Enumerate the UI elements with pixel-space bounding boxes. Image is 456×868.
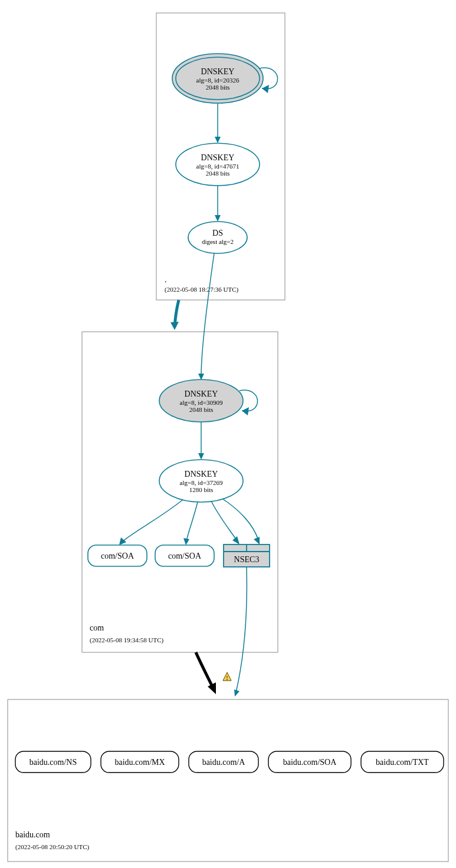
svg-marker-23 xyxy=(242,407,249,415)
zone-com-label: com xyxy=(90,623,104,632)
node-com-ksk: DNSKEY alg=8, id=30909 2048 bits xyxy=(159,379,243,422)
zone-baidu: baidu.com (2022-05-08 20:50:20 UTC) baid… xyxy=(8,699,448,862)
svg-marker-15 xyxy=(215,215,221,222)
svg-text:baidu.com/NS: baidu.com/NS xyxy=(29,758,77,767)
svg-text:DNSKEY: DNSKEY xyxy=(185,470,218,478)
svg-text:baidu.com/SOA: baidu.com/SOA xyxy=(283,758,337,767)
svg-text:1280 bits: 1280 bits xyxy=(189,486,214,493)
svg-marker-11 xyxy=(215,137,221,143)
svg-text:baidu.com/A: baidu.com/A xyxy=(202,758,246,767)
svg-text:!: ! xyxy=(226,675,228,681)
node-com-soa-1: com/SOA xyxy=(88,545,147,566)
svg-text:2048 bits: 2048 bits xyxy=(189,406,214,413)
svg-marker-39 xyxy=(232,536,240,544)
edge-comzsk-soa1 xyxy=(122,500,183,542)
svg-rect-45 xyxy=(8,699,448,862)
svg-text:2048 bits: 2048 bits xyxy=(206,84,230,91)
node-baidu-soa: baidu.com/SOA xyxy=(268,751,351,773)
svg-text:com/SOA: com/SOA xyxy=(168,552,202,560)
edge-nsec3-baidu xyxy=(236,567,247,692)
zone-com-timestamp: (2022-05-08 19:34:58 UTC) xyxy=(90,636,164,644)
node-baidu-txt: baidu.com/TXT xyxy=(361,751,444,773)
svg-text:alg=8, id=47671: alg=8, id=47671 xyxy=(196,163,240,170)
zone-root: . (2022-05-08 18:27:36 UTC) DNSKEY alg=8… xyxy=(156,13,285,300)
svg-text:alg=8, id=37269: alg=8, id=37269 xyxy=(180,479,223,486)
svg-text:DNSKEY: DNSKEY xyxy=(201,153,235,162)
edge-rootds-comksk xyxy=(201,253,214,376)
node-baidu-mx: baidu.com/MX xyxy=(101,751,179,773)
svg-text:baidu.com/TXT: baidu.com/TXT xyxy=(376,758,429,767)
svg-marker-37 xyxy=(119,537,126,545)
svg-text:NSEC3: NSEC3 xyxy=(234,555,260,564)
svg-text:alg=8, id=30909: alg=8, id=30909 xyxy=(180,399,223,406)
svg-text:DS: DS xyxy=(212,229,223,237)
dnssec-diagram: . (2022-05-08 18:27:36 UTC) DNSKEY alg=8… xyxy=(0,0,456,868)
node-baidu-ns: baidu.com/NS xyxy=(15,751,91,773)
edge-zone-com-to-baidu xyxy=(196,652,212,687)
svg-marker-16 xyxy=(170,322,179,330)
svg-point-12 xyxy=(188,222,247,253)
node-nsec3: NSEC3 xyxy=(224,544,270,567)
svg-marker-40 xyxy=(254,537,260,544)
node-com-soa-2: com/SOA xyxy=(155,545,214,566)
zone-baidu-timestamp: (2022-05-08 20:50:20 UTC) xyxy=(15,843,90,851)
svg-marker-42 xyxy=(234,689,240,697)
zone-com: com (2022-05-08 19:34:58 UTC) DNSKEY alg… xyxy=(82,253,278,652)
svg-text:DNSKEY: DNSKEY xyxy=(185,390,218,398)
zone-root-timestamp: (2022-05-08 18:27:36 UTC) xyxy=(165,286,239,293)
node-root-ds: DS digest alg=2 xyxy=(188,222,247,253)
zone-root-label: . xyxy=(165,275,167,284)
svg-text:alg=8, id=20326: alg=8, id=20326 xyxy=(196,77,240,84)
svg-text:DNSKEY: DNSKEY xyxy=(201,67,235,76)
svg-text:baidu.com/MX: baidu.com/MX xyxy=(114,758,165,767)
node-root-ksk: DNSKEY alg=8, id=20326 2048 bits xyxy=(172,54,263,103)
svg-text:digest alg=2: digest alg=2 xyxy=(202,238,234,245)
svg-text:2048 bits: 2048 bits xyxy=(206,170,230,177)
zone-baidu-label: baidu.com xyxy=(15,830,50,839)
node-root-zsk: DNSKEY alg=8, id=47671 2048 bits xyxy=(176,143,260,186)
node-com-zsk: DNSKEY alg=8, id=37269 1280 bits xyxy=(159,460,243,502)
node-baidu-a: baidu.com/A xyxy=(189,751,258,773)
edge-comzsk-soa2 xyxy=(186,502,198,541)
edge-comzsk-nsec3b xyxy=(223,499,258,540)
svg-marker-6 xyxy=(262,85,269,93)
svg-text:com/SOA: com/SOA xyxy=(101,552,134,560)
svg-marker-28 xyxy=(198,453,204,460)
warning-icon: ! xyxy=(223,672,231,681)
svg-marker-38 xyxy=(183,538,189,545)
